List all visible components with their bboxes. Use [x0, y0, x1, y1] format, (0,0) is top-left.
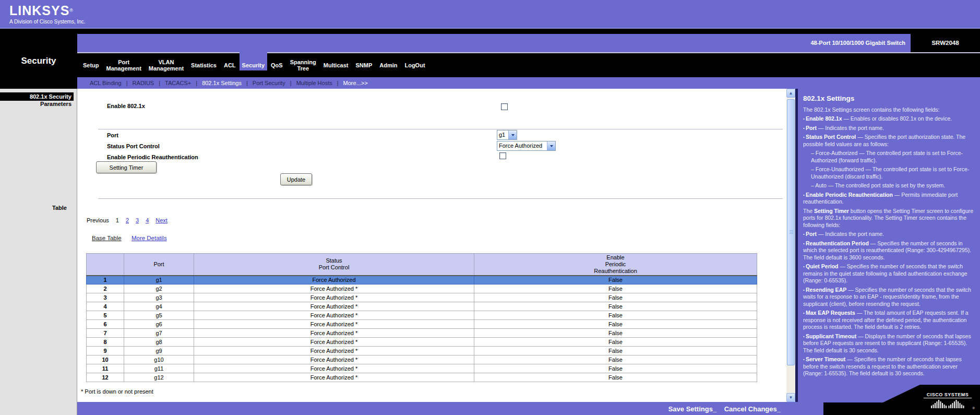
help-item: • Enable Periodic Reauthentication — Per…: [803, 192, 974, 206]
cancel-changes-link[interactable]: Cancel Changes_: [724, 405, 781, 413]
device-banner: 48-Port 10/100/1000 Gigabit Switch: [77, 34, 911, 52]
cell-status: Force Authorized *: [194, 284, 474, 293]
tab-acl[interactable]: ACL: [220, 60, 240, 70]
tab-admin[interactable]: Admin: [376, 60, 401, 70]
cell-reauth: False: [474, 355, 757, 364]
sidebar-item-parameters[interactable]: Parameters: [0, 101, 74, 107]
page-link-2[interactable]: 2: [126, 217, 129, 223]
port-select[interactable]: g1: [497, 130, 517, 140]
subnav-link-port-security[interactable]: Port Security: [253, 80, 285, 86]
table-row[interactable]: 7g7Force Authorized *False: [87, 329, 757, 338]
sidebar-item-8021x-security[interactable]: 802.1x Security: [0, 92, 74, 101]
tab-port-management[interactable]: Port Management: [103, 57, 145, 74]
table-row[interactable]: 6g6Force Authorized *False: [87, 320, 757, 329]
subnav-separator: |: [154, 80, 165, 86]
cell-reauth: False: [474, 373, 757, 382]
update-button[interactable]: Update: [280, 173, 312, 185]
tab-qos[interactable]: QoS: [267, 60, 286, 70]
setting-timer-button[interactable]: Setting Timer: [96, 161, 157, 173]
cell-reauth: False: [474, 347, 757, 355]
cell-port: g2: [124, 284, 194, 293]
tab-setup[interactable]: Setup: [79, 60, 103, 70]
help-item: • Port — Indicates the port name.: [803, 125, 974, 132]
divider: [98, 129, 783, 129]
table-header-row: PortStatus Port ControlEnable Periodic R…: [87, 254, 757, 276]
cell-status: Force Authorized *: [194, 338, 474, 347]
cell-num: 12: [87, 373, 124, 382]
cell-port: g3: [124, 293, 194, 302]
table-row[interactable]: 12g12Force Authorized *False: [87, 373, 757, 382]
cell-port: g4: [124, 302, 194, 311]
column-header-2: Status Port Control: [194, 254, 474, 276]
chevron-down-icon[interactable]: [547, 141, 555, 150]
table-row[interactable]: 11g11Force Authorized *False: [87, 364, 757, 373]
sidebar-item-table[interactable]: Table: [0, 205, 67, 211]
subnav-link-acl-binding[interactable]: ACL Binding: [90, 80, 122, 86]
page-link-4[interactable]: 4: [146, 217, 149, 223]
subnav-link-tacacs[interactable]: TACACS+: [165, 80, 191, 86]
table-row[interactable]: 3g3Force Authorized *False: [87, 293, 757, 302]
cell-port: g11: [124, 364, 194, 373]
table-row[interactable]: 9g9Force Authorized *False: [87, 347, 757, 355]
subnav-link-radius[interactable]: RADIUS: [133, 80, 154, 86]
subnav-link-802-1x-settings[interactable]: 802.1x Settings: [202, 80, 242, 86]
tab-multicast[interactable]: Multicast: [320, 60, 352, 70]
port-select-value: g1: [497, 131, 508, 139]
cell-reauth: False: [474, 293, 757, 302]
cell-num: 10: [87, 355, 124, 364]
table-row[interactable]: 5g5Force Authorized *False: [87, 311, 757, 320]
page-link-3[interactable]: 3: [136, 217, 139, 223]
help-item: • Server Timeout — Specifies the number …: [803, 356, 974, 377]
model-badge: SRW2048: [911, 34, 980, 52]
status-port-control-label: Status Port Control: [107, 143, 160, 149]
page-next[interactable]: Next: [156, 217, 168, 223]
subnav-link-multiple-hosts[interactable]: Multiple Hosts: [296, 80, 332, 86]
cell-status: Force Authorized *: [194, 302, 474, 311]
main-nav: SetupPort ManagementVLAN ManagementStati…: [77, 53, 980, 77]
cell-num: 6: [87, 320, 124, 329]
tab-vlan-management[interactable]: VLAN Management: [145, 57, 187, 74]
subnav-separator: |: [332, 80, 343, 86]
table-row[interactable]: 8g8Force Authorized *False: [87, 338, 757, 347]
chevron-down-icon[interactable]: [508, 131, 517, 139]
cisco-systems-logo: CISCO SYSTEMS ®: [924, 392, 972, 411]
vertical-scrollbar[interactable]: ▲ ▼: [786, 89, 795, 402]
scrollbar-thumb[interactable]: [787, 99, 795, 365]
table-row[interactable]: 1g1Force AuthorizedFalse: [87, 276, 757, 284]
scroll-up-button[interactable]: ▲: [786, 89, 795, 98]
help-item: • Reauthentication Period — Specifies th…: [803, 240, 974, 262]
table-row[interactable]: 2g2Force Authorized *False: [87, 284, 757, 293]
cell-status: Force Authorized *: [194, 293, 474, 302]
save-settings-link[interactable]: Save Settings_: [668, 405, 717, 413]
cell-reauth: False: [474, 338, 757, 347]
cell-port: g1: [124, 276, 194, 284]
status-port-control-select[interactable]: Force Authorized: [497, 141, 556, 151]
status-port-control-value: Force Authorized: [497, 141, 547, 150]
base-table-link[interactable]: Base Table: [92, 235, 122, 241]
table-view-links: Base Table More Detatils: [92, 235, 167, 241]
enable-periodic-reauth-checkbox[interactable]: [499, 152, 506, 159]
tab-snmp[interactable]: SNMP: [352, 60, 376, 70]
tab-security[interactable]: Security: [240, 60, 267, 70]
table-row[interactable]: 4g4Force Authorized *False: [87, 302, 757, 311]
scroll-down-button[interactable]: ▼: [786, 393, 795, 402]
cell-num: 1: [87, 276, 124, 284]
page-current: 1: [116, 217, 119, 223]
help-panel: 802.1x Settings The 802.1x Settings scre…: [798, 89, 980, 415]
subnav-link-more[interactable]: More...>>: [343, 80, 368, 86]
more-details-link[interactable]: More Detatils: [132, 235, 167, 241]
subnav-separator: |: [122, 80, 133, 86]
tab-logout[interactable]: LogOut: [401, 60, 428, 70]
cell-status: Force Authorized *: [194, 364, 474, 373]
subnav-separator: |: [242, 80, 253, 86]
switch-admin-page: LINKSYS® A Division of Cisco Systems, In…: [0, 0, 980, 415]
tab-statistics[interactable]: Statistics: [187, 60, 220, 70]
main-content: Enable 802.1x Port g1 Status Port Contro…: [77, 89, 786, 402]
page-previous[interactable]: Previous: [87, 217, 109, 223]
cell-reauth: False: [474, 329, 757, 338]
column-header-3: Enable Periodic Reauthentication: [474, 254, 757, 276]
tab-spanning-tree[interactable]: Spanning Tree: [286, 57, 320, 74]
sidebar: 802.1x Security Parameters Table: [0, 89, 77, 415]
table-row[interactable]: 10g10Force Authorized *False: [87, 355, 757, 364]
enable-8021x-checkbox[interactable]: [501, 103, 508, 110]
